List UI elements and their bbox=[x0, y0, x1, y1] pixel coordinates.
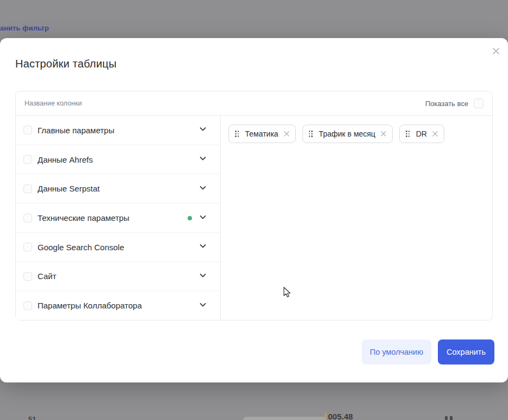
group-row-ahrefs[interactable]: Данные Ahrefs bbox=[16, 145, 220, 175]
parameter-group-list: Главные параметры Данные Ahrefs Данные S… bbox=[16, 116, 221, 320]
default-button[interactable]: По умолчанию bbox=[362, 339, 431, 365]
chevron-down-icon[interactable] bbox=[199, 213, 207, 224]
group-checkbox[interactable] bbox=[23, 272, 32, 281]
active-indicator-dot bbox=[188, 216, 192, 220]
chevron-down-icon[interactable] bbox=[199, 183, 207, 194]
drag-handle-icon[interactable] bbox=[234, 130, 240, 138]
remove-chip-icon[interactable] bbox=[380, 131, 387, 137]
table-settings-modal: Настройки таблицы Название колонки Показ… bbox=[0, 38, 508, 382]
group-checkbox[interactable] bbox=[23, 301, 32, 310]
group-row-technical-params[interactable]: Технические параметры bbox=[16, 203, 220, 233]
group-checkbox[interactable] bbox=[23, 214, 32, 223]
group-checkbox[interactable] bbox=[23, 155, 32, 164]
close-icon[interactable] bbox=[491, 46, 501, 57]
save-filter-link-fragment[interactable]: анить фильтр bbox=[0, 24, 49, 32]
save-button[interactable]: Сохранить bbox=[438, 339, 494, 365]
group-row-collaborator-params[interactable]: Параметры Коллаборатора bbox=[16, 291, 220, 320]
remove-chip-icon[interactable] bbox=[432, 131, 438, 137]
drag-handle-icon[interactable] bbox=[405, 130, 411, 138]
group-checkbox[interactable] bbox=[23, 243, 32, 251]
group-checkbox[interactable] bbox=[23, 126, 32, 134]
group-row-google-search-console[interactable]: Google Search Console bbox=[16, 233, 220, 262]
group-row-serpstat[interactable]: Данные Serpstat bbox=[16, 174, 220, 203]
selected-columns-area: Тематика Трафик в месяц DR bbox=[221, 116, 492, 320]
bg-text-fragment bbox=[450, 416, 453, 420]
chevron-down-icon[interactable] bbox=[199, 271, 207, 282]
show-all-label: Показать все bbox=[425, 100, 468, 108]
bg-number-fragment: 51 bbox=[28, 415, 36, 420]
screen-overlay: анить фильтр 51 005.48 Настройки таблицы… bbox=[0, 0, 508, 420]
bg-text-fragment bbox=[445, 416, 448, 420]
columns-panel: Название колонки Показать все Главные па… bbox=[15, 91, 493, 320]
modal-title: Настройки таблицы bbox=[15, 58, 116, 70]
remove-chip-icon[interactable] bbox=[283, 131, 290, 137]
orange-marker bbox=[325, 413, 326, 419]
chevron-down-icon[interactable] bbox=[199, 300, 207, 311]
chevron-down-icon[interactable] bbox=[199, 242, 207, 252]
bg-metric-fragment: 005.48 bbox=[325, 412, 353, 420]
column-chip-tematika[interactable]: Тематика bbox=[228, 125, 296, 143]
bg-pill-fragment bbox=[243, 417, 326, 420]
chevron-down-icon[interactable] bbox=[199, 125, 207, 135]
chevron-down-icon[interactable] bbox=[199, 154, 207, 165]
column-chip-traffic[interactable]: Трафик в месяц bbox=[302, 125, 393, 143]
drag-handle-icon[interactable] bbox=[308, 130, 314, 138]
panel-header: Название колонки Показать все bbox=[16, 91, 492, 116]
group-row-site[interactable]: Сайт bbox=[16, 262, 220, 292]
show-all-checkbox[interactable] bbox=[474, 98, 484, 108]
column-name-label: Название колонки bbox=[24, 100, 82, 107]
show-all-control[interactable]: Показать все bbox=[425, 98, 484, 108]
panel-body: Главные параметры Данные Ahrefs Данные S… bbox=[16, 116, 492, 320]
group-checkbox[interactable] bbox=[23, 184, 32, 193]
modal-footer: По умолчанию Сохранить bbox=[362, 339, 494, 365]
column-chip-dr[interactable]: DR bbox=[399, 125, 444, 143]
group-row-main-params[interactable]: Главные параметры bbox=[16, 116, 220, 145]
